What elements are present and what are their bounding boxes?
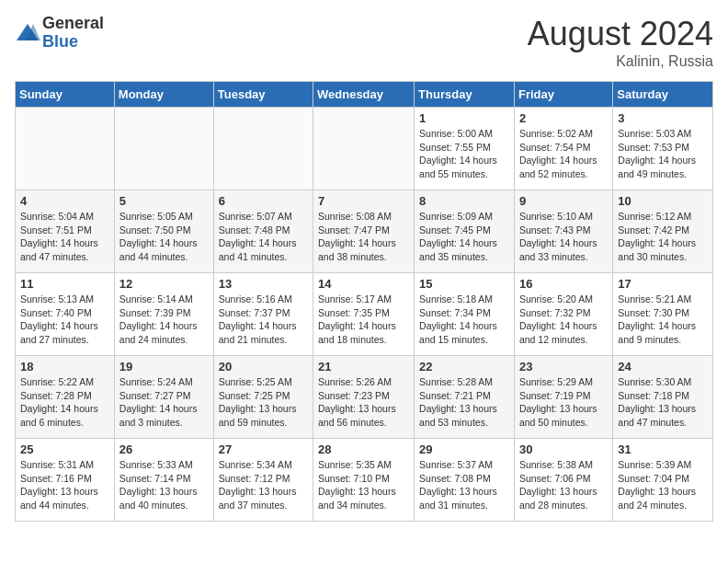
- day-number: 29: [419, 442, 509, 456]
- cell-info: Sunrise: 5:12 AMSunset: 7:42 PMDaylight:…: [618, 210, 708, 264]
- day-number: 15: [419, 277, 509, 291]
- calendar-cell: 9Sunrise: 5:10 AMSunset: 7:43 PMDaylight…: [514, 190, 612, 273]
- day-number: 25: [20, 442, 109, 456]
- calendar-cell: 20Sunrise: 5:25 AMSunset: 7:25 PMDayligh…: [213, 356, 313, 439]
- day-number: 3: [618, 111, 708, 125]
- header-cell-tuesday: Tuesday: [213, 82, 313, 108]
- calendar-cell: 31Sunrise: 5:39 AMSunset: 7:04 PMDayligh…: [613, 439, 713, 522]
- calendar-cell: 14Sunrise: 5:17 AMSunset: 7:35 PMDayligh…: [313, 273, 415, 356]
- logo-blue: Blue: [42, 33, 104, 52]
- calendar-cell: 7Sunrise: 5:08 AMSunset: 7:47 PMDaylight…: [313, 190, 415, 273]
- calendar-cell: [213, 108, 313, 190]
- day-number: 18: [20, 360, 109, 373]
- logo-text: General Blue: [42, 15, 104, 52]
- calendar-week-5: 25Sunrise: 5:31 AMSunset: 7:16 PMDayligh…: [16, 439, 713, 522]
- cell-info: Sunrise: 5:25 AMSunset: 7:25 PMDaylight:…: [219, 375, 308, 430]
- cell-info: Sunrise: 5:38 AMSunset: 7:06 PMDaylight:…: [519, 458, 608, 512]
- calendar-cell: 29Sunrise: 5:37 AMSunset: 7:08 PMDayligh…: [415, 439, 515, 522]
- day-number: 2: [519, 111, 608, 125]
- day-number: 4: [20, 194, 109, 208]
- calendar-body: 1Sunrise: 5:00 AMSunset: 7:55 PMDaylight…: [16, 108, 713, 522]
- cell-info: Sunrise: 5:02 AMSunset: 7:54 PMDaylight:…: [519, 127, 608, 181]
- logo-general: General: [42, 15, 104, 33]
- calendar-cell: 1Sunrise: 5:00 AMSunset: 7:55 PMDaylight…: [415, 108, 515, 190]
- cell-info: Sunrise: 5:28 AMSunset: 7:21 PMDaylight:…: [419, 375, 509, 430]
- header-row: SundayMondayTuesdayWednesdayThursdayFrid…: [16, 82, 713, 108]
- calendar-cell: 12Sunrise: 5:14 AMSunset: 7:39 PMDayligh…: [114, 273, 213, 356]
- header-cell-wednesday: Wednesday: [313, 82, 415, 108]
- cell-info: Sunrise: 5:13 AMSunset: 7:40 PMDaylight:…: [20, 293, 109, 347]
- calendar-cell: 2Sunrise: 5:02 AMSunset: 7:54 PMDaylight…: [514, 108, 612, 190]
- day-number: 10: [618, 194, 708, 208]
- cell-info: Sunrise: 5:00 AMSunset: 7:55 PMDaylight:…: [419, 127, 509, 181]
- calendar-week-1: 1Sunrise: 5:00 AMSunset: 7:55 PMDaylight…: [16, 108, 713, 190]
- header-cell-thursday: Thursday: [415, 82, 515, 108]
- day-number: 26: [119, 442, 209, 456]
- calendar-cell: 3Sunrise: 5:03 AMSunset: 7:53 PMDaylight…: [613, 108, 713, 190]
- day-number: 17: [618, 277, 708, 291]
- cell-info: Sunrise: 5:16 AMSunset: 7:37 PMDaylight:…: [219, 293, 308, 347]
- day-number: 11: [20, 277, 109, 291]
- day-number: 5: [119, 194, 209, 208]
- calendar-cell: 16Sunrise: 5:20 AMSunset: 7:32 PMDayligh…: [514, 273, 612, 356]
- day-number: 8: [419, 194, 509, 208]
- calendar-cell: 18Sunrise: 5:22 AMSunset: 7:28 PMDayligh…: [16, 356, 115, 439]
- calendar-cell: 22Sunrise: 5:28 AMSunset: 7:21 PMDayligh…: [415, 356, 515, 439]
- calendar-cell: 11Sunrise: 5:13 AMSunset: 7:40 PMDayligh…: [16, 273, 115, 356]
- cell-info: Sunrise: 5:37 AMSunset: 7:08 PMDaylight:…: [419, 458, 509, 512]
- day-number: 12: [119, 277, 209, 291]
- calendar-cell: 23Sunrise: 5:29 AMSunset: 7:19 PMDayligh…: [514, 356, 612, 439]
- calendar-cell: 10Sunrise: 5:12 AMSunset: 7:42 PMDayligh…: [613, 190, 713, 273]
- calendar-cell: 25Sunrise: 5:31 AMSunset: 7:16 PMDayligh…: [16, 439, 115, 522]
- cell-info: Sunrise: 5:39 AMSunset: 7:04 PMDaylight:…: [618, 458, 708, 512]
- header-cell-saturday: Saturday: [613, 82, 713, 108]
- header-cell-monday: Monday: [114, 82, 213, 108]
- cell-info: Sunrise: 5:07 AMSunset: 7:48 PMDaylight:…: [219, 210, 308, 264]
- calendar-cell: 27Sunrise: 5:34 AMSunset: 7:12 PMDayligh…: [213, 439, 313, 522]
- calendar-cell: [16, 108, 115, 190]
- calendar-cell: 8Sunrise: 5:09 AMSunset: 7:45 PMDaylight…: [415, 190, 515, 273]
- header-cell-sunday: Sunday: [16, 82, 115, 108]
- day-number: 6: [219, 194, 308, 208]
- cell-info: Sunrise: 5:18 AMSunset: 7:34 PMDaylight:…: [419, 293, 509, 347]
- month-year: August 2024: [528, 15, 713, 53]
- logo-icon: [15, 20, 40, 46]
- day-number: 16: [519, 277, 608, 291]
- calendar-table: SundayMondayTuesdayWednesdayThursdayFrid…: [15, 81, 713, 522]
- cell-info: Sunrise: 5:09 AMSunset: 7:45 PMDaylight:…: [419, 210, 509, 264]
- day-number: 14: [318, 277, 409, 291]
- cell-info: Sunrise: 5:34 AMSunset: 7:12 PMDaylight:…: [219, 458, 308, 512]
- cell-info: Sunrise: 5:08 AMSunset: 7:47 PMDaylight:…: [318, 210, 409, 264]
- calendar-cell: 19Sunrise: 5:24 AMSunset: 7:27 PMDayligh…: [114, 356, 213, 439]
- day-number: 24: [618, 360, 708, 373]
- day-number: 1: [419, 111, 509, 125]
- day-number: 31: [618, 442, 708, 456]
- calendar-cell: 21Sunrise: 5:26 AMSunset: 7:23 PMDayligh…: [313, 356, 415, 439]
- cell-info: Sunrise: 5:33 AMSunset: 7:14 PMDaylight:…: [119, 458, 209, 512]
- calendar-week-2: 4Sunrise: 5:04 AMSunset: 7:51 PMDaylight…: [16, 190, 713, 273]
- location: Kalinin, Russia: [528, 53, 713, 70]
- calendar-cell: 13Sunrise: 5:16 AMSunset: 7:37 PMDayligh…: [213, 273, 313, 356]
- cell-info: Sunrise: 5:22 AMSunset: 7:28 PMDaylight:…: [20, 375, 109, 430]
- cell-info: Sunrise: 5:14 AMSunset: 7:39 PMDaylight:…: [119, 293, 209, 347]
- day-number: 13: [219, 277, 308, 291]
- calendar-cell: 28Sunrise: 5:35 AMSunset: 7:10 PMDayligh…: [313, 439, 415, 522]
- day-number: 9: [519, 194, 608, 208]
- cell-info: Sunrise: 5:20 AMSunset: 7:32 PMDaylight:…: [519, 293, 608, 347]
- calendar-cell: 6Sunrise: 5:07 AMSunset: 7:48 PMDaylight…: [213, 190, 313, 273]
- day-number: 19: [119, 360, 209, 373]
- day-number: 30: [519, 442, 608, 456]
- cell-info: Sunrise: 5:04 AMSunset: 7:51 PMDaylight:…: [20, 210, 109, 264]
- cell-info: Sunrise: 5:21 AMSunset: 7:30 PMDaylight:…: [618, 293, 708, 347]
- cell-info: Sunrise: 5:30 AMSunset: 7:18 PMDaylight:…: [618, 375, 708, 430]
- day-number: 27: [219, 442, 308, 456]
- calendar-cell: [313, 108, 415, 190]
- cell-info: Sunrise: 5:35 AMSunset: 7:10 PMDaylight:…: [318, 458, 409, 512]
- cell-info: Sunrise: 5:03 AMSunset: 7:53 PMDaylight:…: [618, 127, 708, 181]
- day-number: 20: [219, 360, 308, 373]
- calendar-cell: 5Sunrise: 5:05 AMSunset: 7:50 PMDaylight…: [114, 190, 213, 273]
- calendar-cell: 26Sunrise: 5:33 AMSunset: 7:14 PMDayligh…: [114, 439, 213, 522]
- calendar-week-4: 18Sunrise: 5:22 AMSunset: 7:28 PMDayligh…: [16, 356, 713, 439]
- calendar-cell: 4Sunrise: 5:04 AMSunset: 7:51 PMDaylight…: [16, 190, 115, 273]
- cell-info: Sunrise: 5:29 AMSunset: 7:19 PMDaylight:…: [519, 375, 608, 430]
